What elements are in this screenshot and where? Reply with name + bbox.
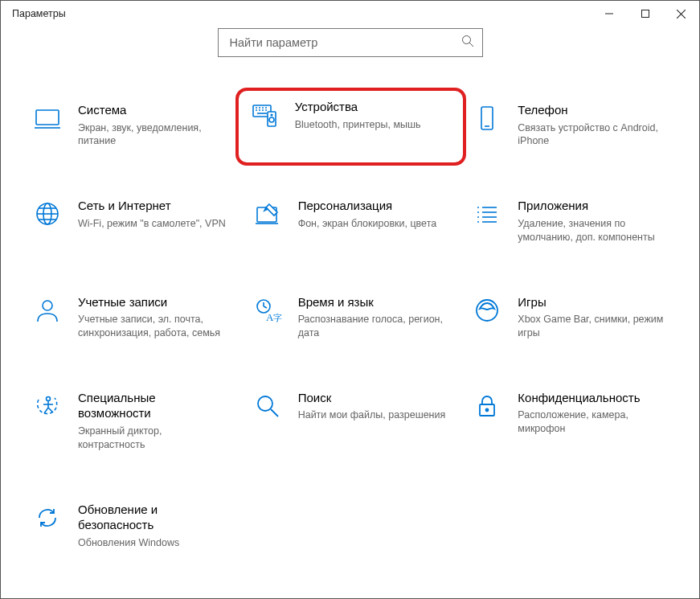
magnifier-icon: [252, 390, 284, 422]
tile-desc: Учетные записи, эл. почта, синхронизация…: [78, 313, 229, 340]
tile-desc: Bluetooth, принтеры, мышь: [295, 118, 421, 132]
svg-point-49: [486, 408, 489, 411]
apps-icon: [471, 198, 503, 230]
tile-search[interactable]: Поиск Найти мои файлы, разрешения: [248, 387, 452, 455]
tile-desc: Фон, экран блокировки, цвета: [298, 217, 437, 231]
tile-accounts[interactable]: Учетные записи Учетные записи, эл. почта…: [28, 291, 232, 343]
tile-title: Устройства: [295, 99, 421, 115]
svg-point-4: [462, 36, 470, 44]
tile-title: Конфиденциальность: [518, 390, 669, 406]
tile-title: Игры: [518, 294, 669, 310]
tile-desc: Обновления Windows: [78, 536, 229, 550]
tile-title: Время и язык: [298, 294, 449, 310]
svg-rect-6: [36, 110, 59, 125]
gaming-icon: [471, 294, 503, 326]
minimize-button[interactable]: [591, 1, 627, 27]
tile-desc: Xbox Game Bar, снимки, режим игры: [518, 313, 669, 340]
tile-phone[interactable]: Телефон Связать устройство с Android, iP…: [468, 99, 672, 151]
tile-devices[interactable]: Устройства Bluetooth, принтеры, мышь: [235, 88, 467, 166]
access-icon: [31, 390, 63, 422]
svg-point-38: [43, 301, 52, 310]
search-input[interactable]: [228, 35, 461, 50]
tile-desc: Расположение, камера, микрофон: [518, 408, 669, 436]
tile-desc: Найти мои файлы, разрешения: [298, 408, 446, 422]
tile-title: Приложения: [518, 198, 669, 214]
tile-title: Сеть и Интернет: [78, 198, 226, 214]
tile-desc: Распознавание голоса, регион, дата: [298, 313, 449, 340]
search-box[interactable]: [218, 28, 483, 57]
svg-point-45: [47, 396, 51, 400]
tile-update-security[interactable]: Обновление и безопасность Обновления Win…: [28, 498, 232, 553]
tile-title: Обновление и безопасность: [78, 502, 229, 533]
svg-line-5: [469, 43, 473, 47]
tile-apps[interactable]: Приложения Удаление, значения по умолчан…: [468, 195, 672, 247]
update-icon: [31, 502, 63, 534]
tile-network[interactable]: Сеть и Интернет Wi-Fi, режим "в самолете…: [28, 195, 232, 247]
time-language-icon: A字: [252, 294, 284, 326]
close-button[interactable]: [663, 1, 699, 27]
tile-title: Поиск: [298, 390, 446, 406]
svg-text:字: 字: [273, 313, 282, 322]
system-icon: [31, 102, 63, 134]
phone-icon: [471, 102, 503, 134]
tile-privacy[interactable]: Конфиденциальность Расположение, камера,…: [468, 387, 672, 455]
tile-system[interactable]: Система Экран, звук, уведомления, питани…: [28, 99, 232, 151]
maximize-button[interactable]: [627, 1, 663, 27]
search-icon: [461, 35, 474, 51]
svg-line-47: [271, 409, 278, 416]
tile-gaming[interactable]: Игры Xbox Game Bar, снимки, режим игры: [468, 291, 672, 343]
svg-point-46: [258, 396, 272, 411]
tile-desc: Удаление, значения по умолчанию, доп. ко…: [518, 217, 669, 244]
settings-grid: Система Экран, звук, уведомления, питани…: [28, 99, 672, 552]
titlebar: Параметры: [1, 1, 699, 27]
tile-title: Система: [78, 102, 229, 118]
svg-point-20: [271, 114, 272, 116]
tile-title: Учетные записи: [78, 294, 229, 310]
globe-icon: [31, 198, 63, 230]
tile-desc: Экран, звук, уведомления, питание: [78, 121, 229, 149]
accounts-icon: [31, 294, 63, 326]
tile-desc: Wi-Fi, режим "в самолете", VPN: [78, 217, 226, 231]
tile-title: Персонализация: [298, 198, 437, 214]
lock-icon: [471, 390, 503, 422]
tile-title: Телефон: [518, 102, 669, 118]
personalization-icon: [252, 198, 284, 230]
svg-line-41: [264, 306, 267, 308]
tile-desc: Экранный диктор, контрастность: [78, 425, 229, 452]
content-area: Система Экран, звук, уведомления, питани…: [1, 27, 699, 598]
tile-personalization[interactable]: Персонализация Фон, экран блокировки, цв…: [248, 195, 452, 247]
tile-title: Специальные возможности: [78, 390, 229, 421]
devices-icon: [248, 99, 280, 131]
svg-rect-1: [641, 10, 649, 18]
window-title: Параметры: [12, 8, 66, 19]
tile-time-language[interactable]: A字 Время и язык Распознавание голоса, ре…: [248, 291, 452, 343]
tile-desc: Связать устройство с Android, iPhone: [518, 121, 669, 149]
tile-ease-of-access[interactable]: Специальные возможности Экранный диктор,…: [28, 387, 232, 455]
